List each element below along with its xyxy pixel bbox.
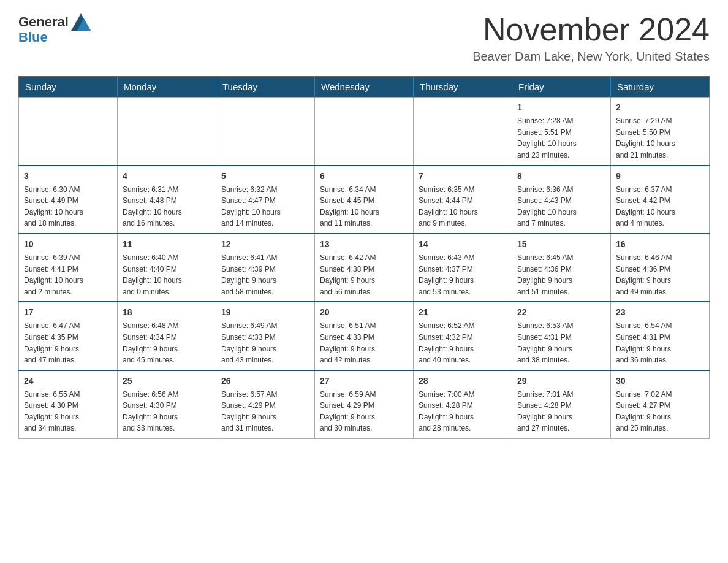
calendar-cell: 30Sunrise: 7:02 AM Sunset: 4:27 PM Dayli… [611,370,710,439]
day-number: 28 [419,375,507,388]
calendar-cell: 10Sunrise: 6:39 AM Sunset: 4:41 PM Dayli… [19,234,118,302]
day-number: 9 [616,170,704,183]
page-header: General Blue November 2024 Beaver Dam La… [18,12,710,64]
day-info: Sunrise: 6:45 AM Sunset: 4:36 PM Dayligh… [517,252,605,297]
calendar-cell: 28Sunrise: 7:00 AM Sunset: 4:28 PM Dayli… [414,370,512,439]
logo-text-general: General [18,15,69,29]
calendar-cell: 11Sunrise: 6:40 AM Sunset: 4:40 PM Dayli… [118,234,216,302]
calendar-cell: 17Sunrise: 6:47 AM Sunset: 4:35 PM Dayli… [19,302,118,370]
title-area: November 2024 Beaver Dam Lake, New York,… [472,12,710,64]
calendar-cell: 20Sunrise: 6:51 AM Sunset: 4:33 PM Dayli… [315,302,414,370]
day-number: 11 [123,238,211,251]
day-info: Sunrise: 6:32 AM Sunset: 4:47 PM Dayligh… [221,184,309,229]
day-info: Sunrise: 6:37 AM Sunset: 4:42 PM Dayligh… [616,184,704,229]
calendar-week-5: 24Sunrise: 6:55 AM Sunset: 4:30 PM Dayli… [19,370,710,439]
day-number: 15 [517,238,605,251]
calendar-cell: 26Sunrise: 6:57 AM Sunset: 4:29 PM Dayli… [216,370,315,439]
day-info: Sunrise: 6:39 AM Sunset: 4:41 PM Dayligh… [24,252,112,297]
day-info: Sunrise: 6:40 AM Sunset: 4:40 PM Dayligh… [123,252,211,297]
day-number: 10 [24,238,112,251]
calendar-cell: 24Sunrise: 6:55 AM Sunset: 4:30 PM Dayli… [19,370,118,439]
day-number: 30 [616,375,704,388]
day-number: 14 [419,238,507,251]
day-info: Sunrise: 6:53 AM Sunset: 4:31 PM Dayligh… [517,320,605,366]
calendar-cell: 29Sunrise: 7:01 AM Sunset: 4:28 PM Dayli… [512,370,611,439]
day-number: 20 [320,306,408,319]
calendar-header-row: SundayMondayTuesdayWednesdayThursdayFrid… [19,77,710,98]
calendar-week-3: 10Sunrise: 6:39 AM Sunset: 4:41 PM Dayli… [19,234,710,302]
calendar-cell [19,98,118,166]
day-info: Sunrise: 6:43 AM Sunset: 4:37 PM Dayligh… [419,252,507,297]
calendar-cell: 21Sunrise: 6:52 AM Sunset: 4:32 PM Dayli… [414,302,512,370]
calendar-cell: 4Sunrise: 6:31 AM Sunset: 4:48 PM Daylig… [118,166,216,234]
day-info: Sunrise: 6:41 AM Sunset: 4:39 PM Dayligh… [221,252,309,297]
day-number: 27 [320,375,408,388]
day-info: Sunrise: 6:54 AM Sunset: 4:31 PM Dayligh… [616,320,704,366]
calendar-cell [414,98,512,166]
day-info: Sunrise: 6:56 AM Sunset: 4:30 PM Dayligh… [123,389,211,434]
calendar-week-2: 3Sunrise: 6:30 AM Sunset: 4:49 PM Daylig… [19,166,710,234]
day-info: Sunrise: 6:30 AM Sunset: 4:49 PM Dayligh… [24,184,112,229]
day-info: Sunrise: 6:52 AM Sunset: 4:32 PM Dayligh… [419,320,507,366]
col-header-wednesday: Wednesday [315,77,414,98]
day-info: Sunrise: 6:35 AM Sunset: 4:44 PM Dayligh… [419,184,507,229]
calendar-cell [118,98,216,166]
day-info: Sunrise: 6:34 AM Sunset: 4:45 PM Dayligh… [320,184,408,229]
day-number: 4 [123,170,211,183]
day-number: 2 [616,101,704,114]
day-number: 19 [221,306,309,319]
day-number: 23 [616,306,704,319]
day-info: Sunrise: 7:29 AM Sunset: 5:50 PM Dayligh… [616,115,704,161]
calendar-cell: 7Sunrise: 6:35 AM Sunset: 4:44 PM Daylig… [414,166,512,234]
day-info: Sunrise: 7:01 AM Sunset: 4:28 PM Dayligh… [517,389,605,434]
day-number: 7 [419,170,507,183]
day-info: Sunrise: 6:46 AM Sunset: 4:36 PM Dayligh… [616,252,704,297]
calendar-cell: 14Sunrise: 6:43 AM Sunset: 4:37 PM Dayli… [414,234,512,302]
day-info: Sunrise: 6:59 AM Sunset: 4:29 PM Dayligh… [320,389,408,434]
calendar-cell: 5Sunrise: 6:32 AM Sunset: 4:47 PM Daylig… [216,166,315,234]
col-header-friday: Friday [512,77,611,98]
calendar-cell: 15Sunrise: 6:45 AM Sunset: 4:36 PM Dayli… [512,234,611,302]
day-info: Sunrise: 6:31 AM Sunset: 4:48 PM Dayligh… [123,184,211,229]
day-number: 29 [517,375,605,388]
location-subtitle: Beaver Dam Lake, New York, United States [472,50,710,64]
day-info: Sunrise: 6:57 AM Sunset: 4:29 PM Dayligh… [221,389,309,434]
day-number: 5 [221,170,309,183]
day-info: Sunrise: 6:49 AM Sunset: 4:33 PM Dayligh… [221,320,309,366]
day-number: 13 [320,238,408,251]
col-header-monday: Monday [118,77,216,98]
col-header-thursday: Thursday [414,77,512,98]
calendar-cell: 6Sunrise: 6:34 AM Sunset: 4:45 PM Daylig… [315,166,414,234]
day-info: Sunrise: 6:55 AM Sunset: 4:30 PM Dayligh… [24,389,112,434]
calendar-cell [315,98,414,166]
day-info: Sunrise: 7:02 AM Sunset: 4:27 PM Dayligh… [616,389,704,434]
calendar-cell: 27Sunrise: 6:59 AM Sunset: 4:29 PM Dayli… [315,370,414,439]
calendar-cell: 1Sunrise: 7:28 AM Sunset: 5:51 PM Daylig… [512,98,611,166]
day-number: 17 [24,306,112,319]
month-title: November 2024 [472,12,710,47]
calendar-cell: 13Sunrise: 6:42 AM Sunset: 4:38 PM Dayli… [315,234,414,302]
calendar-cell: 16Sunrise: 6:46 AM Sunset: 4:36 PM Dayli… [611,234,710,302]
day-number: 12 [221,238,309,251]
calendar-cell: 9Sunrise: 6:37 AM Sunset: 4:42 PM Daylig… [611,166,710,234]
calendar-cell: 3Sunrise: 6:30 AM Sunset: 4:49 PM Daylig… [19,166,118,234]
day-number: 16 [616,238,704,251]
day-info: Sunrise: 7:28 AM Sunset: 5:51 PM Dayligh… [517,115,605,161]
day-number: 21 [419,306,507,319]
day-number: 22 [517,306,605,319]
calendar-week-4: 17Sunrise: 6:47 AM Sunset: 4:35 PM Dayli… [19,302,710,370]
calendar-cell: 18Sunrise: 6:48 AM Sunset: 4:34 PM Dayli… [118,302,216,370]
calendar-cell [216,98,315,166]
day-number: 18 [123,306,211,319]
day-number: 25 [123,375,211,388]
calendar-cell: 19Sunrise: 6:49 AM Sunset: 4:33 PM Dayli… [216,302,315,370]
col-header-saturday: Saturday [611,77,710,98]
calendar-table: SundayMondayTuesdayWednesdayThursdayFrid… [18,76,710,439]
col-header-sunday: Sunday [19,77,118,98]
day-info: Sunrise: 6:47 AM Sunset: 4:35 PM Dayligh… [24,320,112,366]
day-info: Sunrise: 6:51 AM Sunset: 4:33 PM Dayligh… [320,320,408,366]
day-number: 24 [24,375,112,388]
day-info: Sunrise: 6:42 AM Sunset: 4:38 PM Dayligh… [320,252,408,297]
calendar-cell: 12Sunrise: 6:41 AM Sunset: 4:39 PM Dayli… [216,234,315,302]
day-info: Sunrise: 7:00 AM Sunset: 4:28 PM Dayligh… [419,389,507,434]
